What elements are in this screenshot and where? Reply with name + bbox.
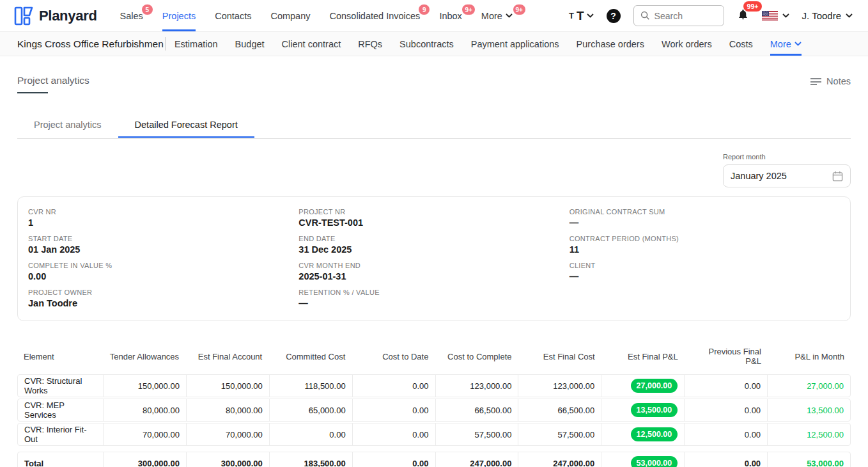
field-label: PROJECT NR (298, 208, 569, 216)
chevron-down-icon (782, 13, 789, 18)
top-navigation-bar: Planyard Sales 5 Projects Contacts Compa… (0, 0, 868, 32)
tab-project-analytics[interactable]: Project analytics (17, 111, 118, 138)
col-header-committed-cost: Committed Cost (268, 349, 352, 364)
notes-button[interactable]: Notes (810, 76, 851, 86)
nav-item-more[interactable]: More 9+ (481, 0, 513, 31)
user-menu[interactable]: J. Toodre (802, 10, 853, 21)
project-nav-budget[interactable]: Budget (235, 32, 265, 56)
notifications-button[interactable]: 99+ (737, 8, 749, 24)
summary-column-1: CVR NR1 START DATE01 Jan 2025 COMPLETE I… (28, 208, 298, 315)
pl-badge: 53,000.00 (631, 456, 678, 467)
project-owner-value: Jan Toodre (28, 298, 298, 308)
main-content: Project analytics Notes Project analytic… (0, 75, 868, 467)
col-header-element: Element (17, 349, 102, 364)
table-row-structural-works[interactable]: CVR: Structural Works 150,000.00 150,000… (17, 374, 851, 397)
cvr-nr-value: 1 (28, 218, 298, 228)
sales-badge: 5 (142, 4, 153, 15)
retention-value: — (298, 298, 569, 308)
report-month-input[interactable]: January 2025 (723, 164, 851, 187)
field-label: RETENTION % / VALUE (298, 289, 569, 296)
font-size-selector[interactable]: TT (569, 9, 594, 23)
pl-badge: 12,500.00 (631, 427, 678, 441)
top-nav: Sales 5 Projects Contacts Company Consol… (120, 0, 513, 31)
cvr-summary-card: CVR NR1 START DATE01 Jan 2025 COMPLETE I… (17, 196, 851, 321)
project-nav: Estimation Budget Client contract RFQs S… (174, 32, 802, 56)
table-row-total: Total 300,000.00 300,000.00 183,500.00 0… (17, 452, 851, 467)
field-label: START DATE (28, 235, 298, 242)
nav-item-consolidated-invoices[interactable]: Consolidated Invoices 9 (330, 0, 421, 31)
nav-item-company[interactable]: Company (270, 0, 310, 31)
project-nr-value: CVR-TEST-001 (298, 218, 569, 228)
field-label: ORIGINAL CONTRACT SUM (570, 208, 840, 216)
summary-column-2: PROJECT NRCVR-TEST-001 END DATE31 Dec 20… (298, 208, 569, 315)
chevron-down-icon (506, 13, 513, 18)
table-row-mep-services[interactable]: CVR: MEP Services 80,000.00 80,000.00 65… (17, 399, 851, 422)
project-nav-estimation[interactable]: Estimation (174, 32, 218, 56)
project-navigation-bar: Kings Cross Office Refurbishmen Estimati… (0, 32, 868, 56)
us-flag-icon (762, 11, 778, 20)
project-nav-more[interactable]: More (770, 32, 802, 56)
summary-column-3: ORIGINAL CONTRACT SUM— CONTRACT PERIOD (… (570, 208, 840, 315)
end-date-value: 31 Dec 2025 (298, 244, 569, 255)
field-label: CVR NR (28, 208, 298, 216)
table-header-row: Element Tender Allowances Est Final Acco… (17, 344, 851, 368)
title-underline (17, 92, 48, 93)
nav-item-contacts[interactable]: Contacts (215, 0, 251, 31)
inbox-badge: 9+ (462, 4, 474, 15)
notes-icon (810, 77, 821, 85)
cvr-month-end-value: 2025-01-31 (298, 271, 569, 281)
field-label: CONTRACT PERIOD (MONTHS) (570, 235, 840, 242)
col-header-previous-final-pl: Previous Final P&L (685, 344, 768, 368)
col-header-est-final-pl: Est Final P&L (601, 349, 685, 364)
report-month-field: Report month January 2025 (723, 153, 851, 187)
project-nav-costs[interactable]: Costs (729, 32, 753, 56)
chevron-down-icon (846, 13, 853, 18)
user-name: J. Toodre (802, 10, 841, 21)
help-icon[interactable]: ? (607, 9, 621, 23)
search-box[interactable] (633, 5, 724, 26)
pl-badge: 13,500.00 (631, 403, 678, 417)
calendar-icon (832, 171, 843, 182)
field-label: END DATE (298, 235, 569, 242)
original-contract-sum-value: — (570, 218, 840, 228)
divider (165, 37, 166, 51)
field-label: COMPLETE IN VALUE % (28, 262, 298, 269)
col-header-pl-in-month: P&L in Month (768, 349, 851, 364)
project-nav-work-orders[interactable]: Work orders (662, 32, 712, 56)
col-header-cost-to-complete: Cost to Complete (435, 349, 518, 364)
consolidated-invoices-badge: 9 (419, 4, 430, 15)
chevron-down-icon (587, 13, 594, 18)
planyard-logo-icon (14, 6, 33, 26)
forecast-table: Element Tender Allowances Est Final Acco… (17, 344, 851, 467)
complete-in-value-value: 0.00 (28, 271, 298, 281)
planyard-logo[interactable]: Planyard (14, 0, 97, 31)
project-nav-client-contract[interactable]: Client contract (282, 32, 341, 56)
analytics-tabs: Project analytics Detailed Forecast Repo… (17, 111, 851, 139)
chevron-down-icon (794, 42, 802, 46)
report-month-value: January 2025 (731, 171, 787, 181)
project-name[interactable]: Kings Cross Office Refurbishmen (17, 32, 164, 56)
search-input[interactable] (655, 11, 717, 21)
col-header-est-final-cost: Est Final Cost (518, 349, 601, 364)
field-label: CLIENT (570, 262, 840, 269)
nav-item-projects[interactable]: Projects (162, 0, 196, 31)
language-selector[interactable] (762, 11, 789, 20)
table-row-interior-fit-out[interactable]: CVR: Interior Fit-Out 70,000.00 70,000.0… (17, 423, 851, 446)
col-header-tender-allowances: Tender Allowances (102, 349, 185, 364)
report-month-label: Report month (723, 153, 851, 161)
project-nav-subcontracts[interactable]: Subcontracts (399, 32, 454, 56)
notifications-badge: 99+ (743, 1, 763, 12)
field-label: PROJECT OWNER (28, 289, 298, 296)
tab-detailed-forecast-report[interactable]: Detailed Forecast Report (118, 111, 254, 138)
page-title: Project analytics (17, 75, 89, 86)
col-header-cost-to-date: Cost to Date (352, 349, 435, 364)
field-label: CVR MONTH END (298, 262, 569, 269)
client-value: — (570, 271, 840, 281)
nav-item-sales[interactable]: Sales 5 (120, 0, 143, 31)
nav-item-inbox[interactable]: Inbox 9+ (439, 0, 461, 31)
brand-name: Planyard (39, 8, 97, 24)
search-icon (640, 11, 650, 20)
project-nav-purchase-orders[interactable]: Purchase orders (577, 32, 644, 56)
project-nav-payment-applications[interactable]: Payment applications (471, 32, 559, 56)
project-nav-rfqs[interactable]: RFQs (358, 32, 382, 56)
